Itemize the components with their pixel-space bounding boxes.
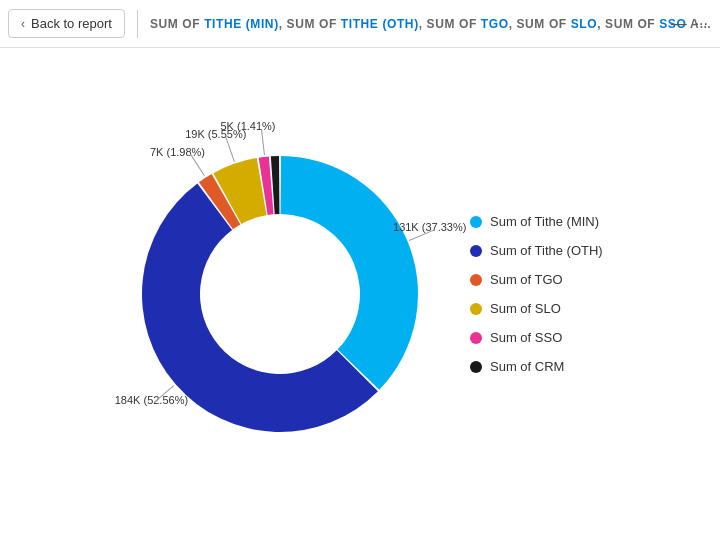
legend-label-min: Sum of Tithe (MIN) bbox=[490, 214, 599, 229]
header-divider bbox=[137, 10, 138, 38]
legend-label-tgo: Sum of TGO bbox=[490, 272, 563, 287]
legend-dot-oth bbox=[470, 245, 482, 257]
legend-label-oth: Sum of Tithe (OTH) bbox=[490, 243, 603, 258]
minimize-icon[interactable]: — bbox=[671, 16, 687, 32]
legend-dot-slo bbox=[470, 303, 482, 315]
chart-container: Sum of Tithe (MIN) Sum of Tithe (OTH) Su… bbox=[100, 74, 620, 514]
back-button-label: Back to report bbox=[31, 16, 112, 31]
segment-sum-of-slo[interactable] bbox=[213, 158, 266, 224]
chart-legend: Sum of Tithe (MIN) Sum of Tithe (OTH) Su… bbox=[470, 214, 603, 374]
legend-dot-crm bbox=[470, 361, 482, 373]
donut-segments bbox=[142, 156, 418, 432]
main-content: Sum of Tithe (MIN) Sum of Tithe (OTH) Su… bbox=[0, 48, 720, 540]
legend-label-slo: Sum of SLO bbox=[490, 301, 561, 316]
legend-item-crm: Sum of CRM bbox=[470, 359, 603, 374]
header-bar: ‹ Back to report SUM OF TITHE (MIN), SUM… bbox=[0, 0, 720, 48]
legend-item-oth: Sum of Tithe (OTH) bbox=[470, 243, 603, 258]
legend-item-min: Sum of Tithe (MIN) bbox=[470, 214, 603, 229]
legend-label-crm: Sum of CRM bbox=[490, 359, 564, 374]
chart-title: SUM OF TITHE (MIN), SUM OF TITHE (OTH), … bbox=[150, 17, 712, 31]
legend-item-slo: Sum of SLO bbox=[470, 301, 603, 316]
legend-label-sso: Sum of SSO bbox=[490, 330, 562, 345]
chart-callout-label: 131K (37.33%) bbox=[393, 220, 466, 235]
chart-callout-label: 7K (1.98%) bbox=[150, 145, 205, 160]
legend-item-tgo: Sum of TGO bbox=[470, 272, 603, 287]
window-controls: — ··· bbox=[671, 16, 708, 32]
chart-callout-label: 5K (1.41%) bbox=[220, 119, 275, 134]
legend-dot-min bbox=[470, 216, 482, 228]
legend-item-sso: Sum of SSO bbox=[470, 330, 603, 345]
chart-callout-label: 184K (52.56%) bbox=[115, 393, 188, 408]
chevron-left-icon: ‹ bbox=[21, 17, 25, 31]
legend-dot-sso bbox=[470, 332, 482, 344]
legend-dot-tgo bbox=[470, 274, 482, 286]
more-options-icon[interactable]: ··· bbox=[695, 16, 708, 32]
segment-sum-of-tithe-(min)[interactable] bbox=[281, 156, 418, 390]
back-button[interactable]: ‹ Back to report bbox=[8, 9, 125, 38]
